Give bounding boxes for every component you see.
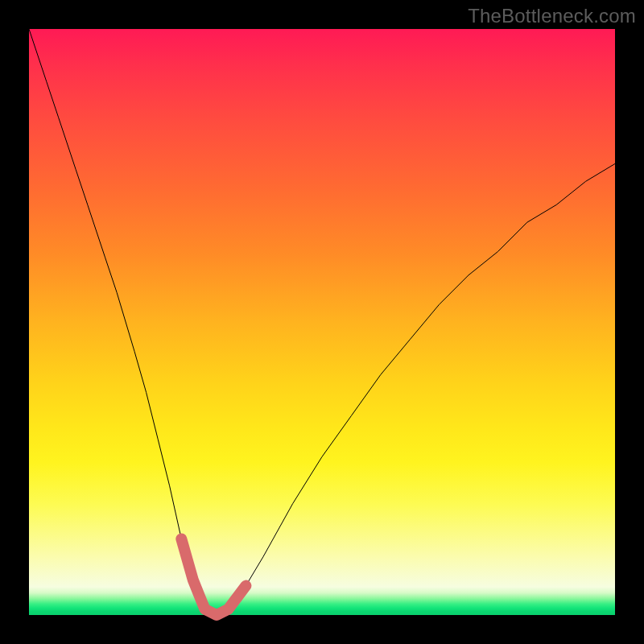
bottleneck-curve: [29, 29, 615, 615]
plot-area: [29, 29, 615, 615]
chart-frame: TheBottleneck.com: [0, 0, 644, 644]
valley-marker: [181, 539, 246, 615]
curve-layer: [29, 29, 615, 615]
watermark-text: TheBottleneck.com: [468, 5, 636, 27]
